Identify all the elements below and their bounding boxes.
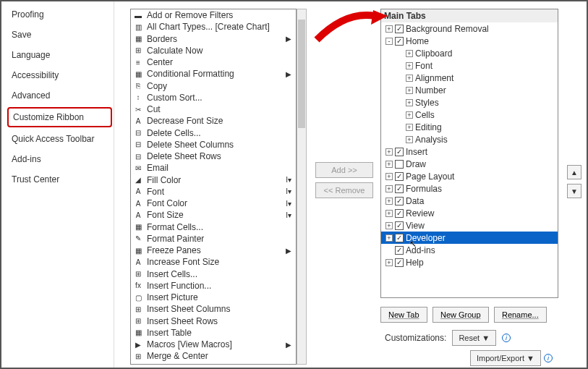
checkbox[interactable]: ✓ [395, 258, 404, 267]
info-icon[interactable]: i [502, 334, 511, 342]
command-item[interactable]: ADecrease Font Size [131, 115, 296, 127]
tree-item[interactable]: +Styles [381, 96, 558, 109]
info-icon[interactable]: i [544, 354, 553, 362]
command-item[interactable]: ✉Email [131, 162, 296, 174]
expand-icon[interactable]: + [406, 99, 413, 106]
checkbox[interactable] [395, 160, 404, 169]
command-item[interactable]: ▦Borders▶ [131, 33, 296, 45]
checkbox[interactable]: ✓ [395, 246, 404, 255]
command-item[interactable]: AFont SizeI▾ [131, 209, 296, 221]
tree-item[interactable]: +✓Background Removal [381, 22, 558, 35]
nav-item[interactable]: Customize Ribbon [7, 107, 112, 127]
checkbox[interactable]: ✓ [395, 184, 404, 193]
expand-icon[interactable]: + [385, 173, 393, 180]
checkbox[interactable]: ✓ [395, 37, 404, 46]
checkbox[interactable]: ✓ [395, 221, 404, 230]
tree-item[interactable]: +Font [381, 59, 558, 72]
tree-item[interactable]: +✓Developer↖ [381, 232, 558, 244]
tree-item[interactable]: +Clipboard [381, 47, 558, 59]
tree-item[interactable]: +✓Data [381, 195, 558, 207]
new-tab-button[interactable]: New Tab [380, 307, 427, 323]
expand-icon[interactable]: + [385, 210, 393, 217]
expand-icon[interactable]: + [406, 124, 413, 131]
command-item[interactable]: ▢Insert Picture [131, 292, 296, 303]
tree-item[interactable]: +✓Insert [381, 145, 558, 158]
add-button[interactable]: Add >> [315, 162, 373, 178]
expand-icon[interactable]: + [406, 87, 413, 94]
command-item[interactable]: AFont ColorI▾ [131, 198, 296, 209]
remove-button[interactable]: << Remove [315, 182, 373, 198]
command-item[interactable]: ▥All Chart Types... [Create Chart] [131, 21, 296, 33]
tree-item[interactable]: +✓Help [381, 256, 558, 268]
command-item[interactable]: AFontI▾ [131, 186, 296, 198]
tree-item[interactable]: +Number [381, 84, 558, 96]
command-item[interactable]: ▦Format Cells... [131, 221, 296, 233]
expand-icon[interactable]: + [385, 185, 393, 192]
command-item[interactable]: ⎘Copy [131, 80, 296, 92]
tree-item[interactable]: +Editing [381, 121, 558, 133]
command-item[interactable]: ⊟Delete Sheet Rows [131, 150, 296, 162]
command-item[interactable]: ◢Fill ColorI▾ [131, 174, 296, 186]
expand-icon[interactable]: + [406, 62, 413, 69]
nav-item[interactable]: Quick Access Toolbar [6, 129, 114, 149]
expand-icon[interactable]: + [385, 198, 393, 205]
nav-item[interactable]: Add-ins [6, 149, 114, 169]
command-item[interactable]: ▦Insert Table [131, 327, 296, 339]
expand-icon[interactable]: + [385, 234, 393, 242]
command-item[interactable]: ⊞Calculate Now [131, 45, 296, 56]
command-item[interactable]: ▦Conditional Formatting▶ [131, 68, 296, 80]
move-down-button[interactable]: ▼ [567, 184, 581, 198]
tree-item[interactable]: ✓Add-ins [381, 244, 558, 256]
command-item[interactable]: ⊟Delete Cells... [131, 127, 296, 139]
tree-item[interactable]: +✓View [381, 219, 558, 232]
tree-item[interactable]: +Alignment [381, 72, 558, 84]
rename-button[interactable]: Rename... [494, 307, 547, 323]
checkbox[interactable]: ✓ [395, 209, 404, 218]
command-item[interactable]: fxInsert Function... [131, 280, 296, 292]
checkbox[interactable]: ✓ [395, 197, 404, 205]
expand-icon[interactable]: + [406, 111, 413, 119]
nav-item[interactable]: Trust Center [6, 169, 114, 190]
move-up-button[interactable]: ▲ [567, 165, 581, 179]
command-item[interactable]: ≡Center [131, 56, 296, 68]
expand-icon[interactable]: + [406, 75, 413, 82]
command-item[interactable]: ▬Add or Remove Filters [131, 9, 296, 21]
command-item[interactable]: ⊞Insert Cells... [131, 268, 296, 280]
main-tabs-tree[interactable]: Main Tabs +✓Background Removal-✓Home+Cli… [380, 9, 558, 298]
checkbox[interactable]: ✓ [395, 148, 404, 156]
tree-item[interactable]: +Draw [381, 158, 558, 170]
nav-item[interactable]: Language [6, 45, 114, 65]
nav-item[interactable]: Proofing [6, 4, 114, 25]
reset-dropdown[interactable]: Reset ▼ [452, 330, 496, 346]
expand-icon[interactable]: + [385, 222, 393, 229]
commands-scrollbar[interactable] [297, 9, 307, 365]
expand-icon[interactable]: + [385, 161, 393, 168]
checkbox[interactable]: ✓ [395, 234, 404, 242]
nav-item[interactable]: Accessibility [6, 65, 114, 85]
nav-item[interactable]: Save [6, 25, 114, 45]
commands-list[interactable]: ▬Add or Remove Filters▥All Chart Types..… [130, 9, 297, 365]
expand-icon[interactable]: + [385, 259, 393, 266]
tree-item[interactable]: +Analysis [381, 133, 558, 145]
nav-item[interactable]: Advanced [6, 85, 114, 106]
expand-icon[interactable]: + [406, 136, 413, 143]
tree-item[interactable]: +Cells [381, 109, 558, 121]
checkbox[interactable]: ✓ [395, 172, 404, 181]
checkbox[interactable]: ✓ [395, 25, 404, 33]
command-item[interactable]: ▦Freeze Panes▶ [131, 245, 296, 256]
command-item[interactable]: ⊞Merge & Center [131, 350, 296, 362]
command-item[interactable]: ▶Macros [View Macros]▶ [131, 339, 296, 350]
expand-icon[interactable]: + [385, 25, 393, 33]
import-export-dropdown[interactable]: Import/Export ▼ [470, 350, 541, 366]
new-group-button[interactable]: New Group [433, 307, 489, 323]
tree-item[interactable]: +✓Formulas [381, 182, 558, 195]
command-item[interactable]: ⊞Insert Sheet Columns [131, 303, 296, 315]
command-item[interactable]: ⊞Insert Sheet Rows [131, 315, 296, 327]
collapse-icon[interactable]: - [385, 38, 393, 45]
command-item[interactable]: AIncrease Font Size [131, 256, 296, 268]
expand-icon[interactable]: + [406, 50, 413, 57]
scrollbar-thumb[interactable] [298, 20, 305, 128]
command-item[interactable]: ⊟Delete Sheet Columns [131, 139, 296, 150]
expand-icon[interactable]: + [385, 148, 393, 156]
tree-item[interactable]: +✓Review [381, 207, 558, 219]
